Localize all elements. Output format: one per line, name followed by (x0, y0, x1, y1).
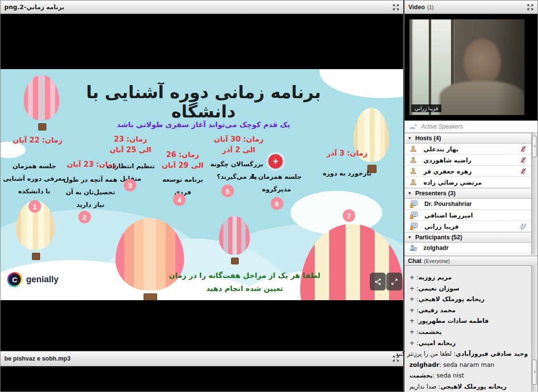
host-user-icon (409, 156, 417, 164)
genially-brand-label: genially (26, 275, 58, 285)
step-badge: 5 (221, 185, 234, 197)
video-pod-content: فريبا زراني (405, 14, 538, 120)
attendee-name: راضيه شاهوردي (423, 157, 471, 164)
attendees-content: Active Speakers ▼ Hosts (4) بهار بندعلي … (405, 121, 538, 255)
attendee-row[interactable]: Dr. Pourshahriar (405, 199, 538, 210)
step-desc: بازخورد به دوره (317, 167, 377, 180)
chat-pod: Chat (Everyone) مريم روزبه: + سوزان نعيم… (404, 256, 538, 392)
chevron-down-icon: ▼ (407, 136, 412, 141)
step-desc: جلسه همزمان با مدیرگروه (245, 171, 308, 196)
attendee-row[interactable]: مرتضي رضائي زاده (405, 177, 538, 188)
chat-message: ريحانه اميني: + (409, 338, 528, 349)
webcam-feed: فريبا زراني (409, 19, 524, 115)
step-badge: 3 (124, 179, 136, 191)
share-pod-titlebar[interactable]: برنامه زماني-2.png (0, 0, 403, 14)
host-user-icon (409, 145, 417, 153)
scrollbar-thumb[interactable]: ≡ (532, 360, 537, 385)
plus-icon: + (268, 154, 283, 169)
active-speakers-bar: Active Speakers (405, 121, 538, 133)
host-user-icon (409, 167, 417, 175)
attendee-row[interactable]: اميررضا اصنافي (405, 210, 538, 221)
hosts-header-label: Hosts (4) (415, 135, 441, 142)
expand-arrows-icon (391, 278, 398, 286)
hot-air-balloon (219, 216, 250, 265)
chat-title: Chat (408, 258, 422, 264)
attendee-row[interactable]: بهار بندعلي (405, 144, 538, 155)
genially-logo-icon: C (7, 272, 22, 287)
attendees-scrollbar[interactable]: ≡ (531, 133, 538, 255)
shared-infographic-image: برنامه زمانی دوره آشنایی با دانشگاه یک ق… (0, 69, 403, 300)
expand-button[interactable] (386, 273, 402, 290)
step-time: زمان: 22 آبان (8, 135, 67, 145)
attendee-name: مرتضي رضائي زاده (423, 179, 481, 186)
attendee-name: اميررضا اصنافي (424, 212, 473, 219)
chat-message: ريحانه پورملک لاهيجي: صدا نداریم (409, 381, 528, 392)
mic-speaking-icon (519, 223, 527, 230)
video-pod-titlebar[interactable]: Video (1) (405, 0, 538, 14)
chevron-down-icon: ▼ (407, 235, 412, 240)
attendee-row[interactable]: راضيه شاهوردي (405, 155, 538, 166)
infographic-note: لطفا هر یک از مراحل هفت‌گانه را در زمان … (160, 269, 329, 295)
shade (495, 19, 524, 115)
mic-muted-icon (520, 157, 527, 164)
window-frame (429, 19, 431, 115)
video-pod-title: Video (408, 4, 425, 11)
step-time: زمان: 3 آذر (320, 148, 374, 159)
active-speakers-label: Active Speakers (421, 123, 463, 130)
chat-message: يحشمت: seda nist (409, 370, 528, 381)
step-badge: 1 (29, 200, 41, 213)
share-pod-title: برنامه زماني-2.png (4, 3, 64, 11)
attendee-name: بهار بندعلي (423, 145, 459, 153)
step-badge: 2 (78, 211, 91, 223)
step-time: زمان: 30 آبان الی 2 آذر (212, 134, 265, 155)
presenter-icon (409, 222, 418, 230)
presenter-icon (409, 211, 418, 219)
mic-muted-icon (520, 145, 527, 153)
chat-scope: (Everyone) (424, 258, 450, 264)
share-button[interactable] (370, 273, 386, 290)
infographic-subtitle: یک قدم کوچک می‌تواند آغاز سفری طولانی با… (78, 120, 329, 129)
share-pod-content: برنامه زمانی دوره آشنایی با دانشگاه یک ق… (0, 14, 403, 351)
scrollbar-thumb[interactable]: ≡ (532, 136, 537, 157)
infographic-title: برنامه زمانی دوره آشنایی با دانشگاه (54, 83, 353, 121)
step-badge: 6 (271, 197, 283, 210)
share-pod: برنامه زماني-2.png (0, 0, 404, 351)
participants-header-label: Participants (52) (415, 234, 462, 241)
attendee-name: Dr. Pourshahriar (424, 201, 472, 207)
phone-icon (408, 123, 417, 130)
chevron-down-icon: ▼ (407, 191, 412, 196)
chat-scrollbar[interactable]: ≡ (531, 265, 538, 392)
chat-message: zolghadr: seda naram man (409, 360, 528, 371)
audio-pod-titlebar[interactable]: be pishvaz e sobh.mp3 (0, 351, 403, 366)
presenter-icon (409, 200, 418, 208)
chat-message: سوزان نعيمي: + (409, 283, 528, 294)
hosts-section-header[interactable]: ▼ Hosts (4) (405, 133, 538, 144)
chat-pod-titlebar[interactable]: Chat (Everyone) (405, 256, 538, 266)
genially-brand[interactable]: C genially (7, 272, 58, 287)
chat-message: ريحانه پورملک لاهيجي: + (409, 294, 528, 305)
step-badge: 4 (173, 193, 186, 206)
share-nodes-icon (374, 278, 382, 286)
presenters-header-label: Presenters (3) (415, 190, 455, 197)
participants-section-header[interactable]: ▼ Participants (52) (405, 232, 538, 243)
host-user-icon (409, 178, 417, 186)
attendee-row[interactable]: زهره جعفري فر (405, 166, 538, 177)
presenters-section-header[interactable]: ▼ Presenters (3) (405, 188, 538, 199)
participant-mobile-icon (409, 244, 417, 252)
attendees-pod: Active Speakers ▼ Hosts (4) بهار بندعلي … (404, 120, 538, 255)
audio-pod-content (0, 366, 403, 392)
fullscreen-icon[interactable] (392, 3, 400, 11)
chat-message: يحشمت: + (409, 327, 528, 338)
audio-pod: be pishvaz e sobh.mp3 (0, 351, 404, 392)
hot-air-balloon (353, 108, 389, 175)
attendee-name: زهره جعفري فر (423, 168, 472, 175)
video-name-tag: فريبا زراني (411, 104, 441, 112)
chat-message: فاطمه سادات مطهرپور: + (409, 316, 528, 327)
attendee-row[interactable]: zolghadr (405, 243, 538, 254)
video-pod: Video (1) فريبا زراني (404, 0, 538, 120)
chat-message: محمد رفيعي: + (409, 305, 528, 316)
fullscreen-icon[interactable] (526, 3, 534, 11)
attendee-row[interactable]: فريبا زراني (405, 221, 538, 232)
mic-muted-icon (520, 168, 527, 175)
step-desc: جلسه همزمان معرفی دوره آشنایی با دانشکده (2, 160, 66, 198)
